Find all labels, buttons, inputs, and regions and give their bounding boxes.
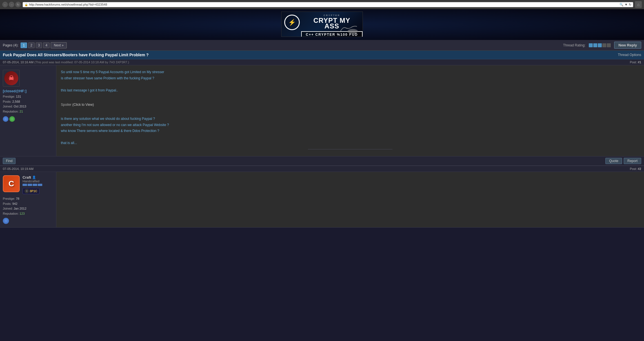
browser-chrome: ← → ↻ 🔒 http://www.hackforums.net/showth…	[0, 0, 644, 9]
post-2-date: 07-05-2014, 10:19 AM	[3, 167, 34, 170]
security-icon: 🔒	[25, 3, 28, 6]
post-2-body: C Craft 👤 Handcrafted 0	[0, 172, 644, 228]
page-header: Pages (4): 1 2 3 4 Next » Thread Rating:…	[0, 40, 644, 51]
post-1-stats: Prestige: 131 Posts: 2,568 Joined: Oct 2…	[3, 94, 26, 114]
page-1-button[interactable]: 1	[21, 42, 27, 48]
page-3-button[interactable]: 3	[36, 42, 42, 48]
url-text: http://www.hackforums.net/showthread.php…	[29, 3, 618, 6]
post-2-stats: Prestige: 78 Posts: 942 Joined: Jan 2012…	[3, 196, 53, 216]
thread-title-bar: Fuck Paypal Does All Stressers/Booters h…	[0, 51, 644, 59]
banner-logo-circle: ⚡	[284, 15, 300, 30]
pages-label: Pages (4):	[3, 43, 18, 47]
post-1-content: So until now 5 time my 5 Paypal Accounts…	[56, 65, 644, 156]
post-2-username: Craft 👤	[23, 175, 42, 180]
thread-title: Fuck Paypal Does All Stressers/Booters h…	[3, 53, 149, 57]
star-1	[589, 43, 593, 47]
post-1-avatar: ☠	[3, 70, 20, 87]
post-1-header: 07-05-2014, 10:16 AM (This post was last…	[0, 59, 644, 65]
star-2	[593, 43, 597, 47]
reload-icon: ↻	[629, 3, 631, 6]
new-reply-button[interactable]: New Reply	[614, 42, 641, 49]
post-2: 07-05-2014, 10:19 AM Post: #2 C Craft 👤 …	[0, 166, 644, 228]
thread-rating-label: Thread Rating:	[563, 43, 585, 47]
post-2-header: 07-05-2014, 10:19 AM Post: #2	[0, 166, 644, 172]
pagination: Pages (4): 1 2 3 4 Next »	[3, 42, 67, 48]
rating-stars	[589, 43, 611, 47]
post-1-user-info: ☠ [closed@HF:] Prestige: 131 Posts: 2,56…	[0, 65, 56, 156]
epic-badge: 0 3P1C	[23, 188, 39, 194]
report-button[interactable]: Report	[624, 158, 641, 164]
address-bar[interactable]: 🔒 http://www.hackforums.net/showthread.p…	[23, 2, 633, 7]
post-2-title: Handcrafted	[23, 180, 42, 183]
search-icon: 🔍	[619, 3, 623, 6]
post-2-blue-rep-icon	[3, 218, 9, 224]
home-icon[interactable]: ⌂	[635, 1, 642, 8]
post-separator	[308, 149, 392, 149]
post-1: 07-05-2014, 10:16 AM (This post was last…	[0, 59, 644, 166]
post-2-number: Post: #2	[630, 167, 641, 170]
back-icon[interactable]: ←	[2, 2, 8, 7]
site-banner: ⚡ CRYPTER CRYPT MY ASS C++ CRYPTER %100 …	[0, 9, 644, 40]
post-1-body: ☠ [closed@HF:] Prestige: 131 Posts: 2,56…	[0, 65, 644, 156]
refresh-icon[interactable]: ↻	[15, 2, 21, 7]
post-1-actions: Quote Report	[605, 158, 641, 164]
blue-rep-icon	[3, 116, 8, 122]
post-1-spoiler: Spoiler (Click to View)	[61, 102, 639, 107]
star-4	[602, 43, 606, 47]
post-1-date: 07-05-2014, 10:16 AM (This post was last…	[3, 60, 129, 64]
star-5	[607, 43, 611, 47]
post-1-text-block-2: is there any solution what we should do …	[61, 110, 639, 146]
banner-image: ⚡ CRYPTER CRYPT MY ASS C++ CRYPTER %100 …	[281, 12, 363, 37]
post-2-avatar: C	[3, 175, 20, 192]
header-right: Thread Rating: New Reply	[563, 42, 641, 49]
find-button[interactable]: Find	[3, 158, 15, 164]
dropdown-icon: ▼	[625, 3, 628, 6]
forward-icon[interactable]: →	[9, 2, 14, 7]
thread-options-button[interactable]: Thread Options	[618, 53, 641, 57]
page-4-button[interactable]: 4	[43, 42, 50, 48]
post-1-number: Post: #1	[630, 60, 641, 64]
star-3	[598, 43, 602, 47]
post-1-rep-icons	[3, 116, 15, 122]
svg-point-0	[348, 29, 358, 33]
page-2-button[interactable]: 2	[28, 42, 35, 48]
post-2-user-info: C Craft 👤 Handcrafted 0	[0, 172, 56, 227]
post-2-badges	[23, 184, 42, 186]
post-2-content	[56, 172, 644, 227]
green-rep-icon	[9, 116, 15, 122]
post-1-footer: Find Quote Report	[0, 156, 644, 166]
next-page-button[interactable]: Next »	[51, 42, 67, 48]
zero-icon: 0	[25, 189, 29, 193]
post-1-text-block-1: So until now 5 time my 5 Paypal Accounts…	[61, 69, 639, 100]
post-1-username: [closed@HF:]	[3, 89, 26, 93]
quote-button[interactable]: Quote	[605, 158, 622, 164]
